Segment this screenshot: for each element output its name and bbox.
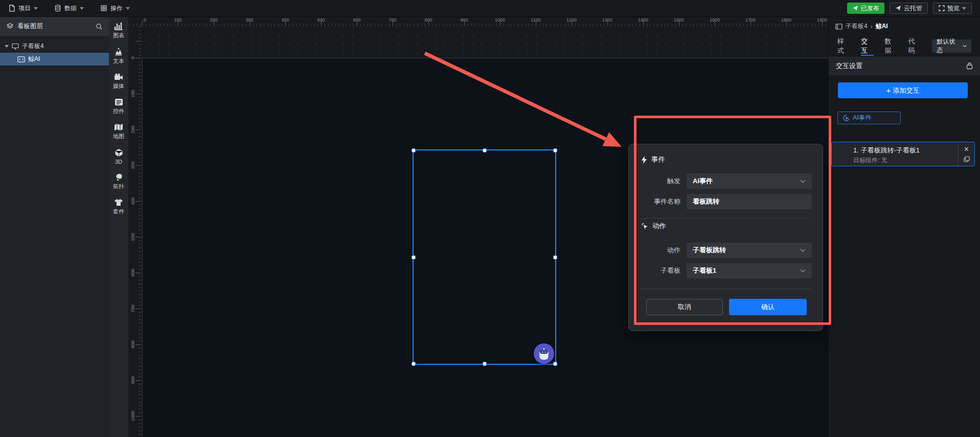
preview-button[interactable]: 预览 <box>933 3 972 14</box>
tab-data[interactable]: 数据 <box>885 36 897 56</box>
grid-icon <box>100 5 107 12</box>
text-icon <box>114 48 123 56</box>
breadcrumb-parent[interactable]: 子看板4 <box>846 22 868 31</box>
tab-style[interactable]: 样式 <box>837 36 850 56</box>
add-interaction-button[interactable]: + 添加交互 <box>838 82 968 98</box>
database-icon <box>54 5 61 12</box>
tree-item-label: 子看板4 <box>22 42 44 51</box>
ruler-label: 1600 <box>710 17 720 23</box>
expand-caret-icon[interactable] <box>5 45 9 48</box>
ruler-label: 400 <box>281 17 289 23</box>
menu-data[interactable]: 数据 <box>46 0 92 16</box>
search-icon[interactable] <box>96 23 103 30</box>
tab-code[interactable]: 代码 <box>908 36 921 56</box>
tool-label: 图表 <box>113 32 124 39</box>
document-icon <box>8 5 15 12</box>
ruler-label: 1700 <box>745 17 756 23</box>
ai-event-item[interactable]: 1. 子看板跳转-子看板1 目标组件: 无 ✕ <box>831 142 975 166</box>
plus-icon: + <box>886 86 891 95</box>
copy-icon[interactable] <box>964 156 970 162</box>
tab-interaction[interactable]: 交互 <box>861 36 873 56</box>
ai-event-item-body[interactable]: 1. 子看板跳转-子看板1 目标组件: 无 <box>832 142 958 166</box>
tool-map[interactable]: 地图 <box>109 123 128 140</box>
tool-label: 地图 <box>113 133 124 140</box>
section-title: 交互设置 <box>836 61 862 71</box>
close-icon[interactable]: ✕ <box>964 146 969 152</box>
chevron-down-icon <box>80 7 84 10</box>
topology-icon <box>115 173 123 181</box>
tool-topology[interactable]: 拓扑 <box>109 173 128 190</box>
state-selector-label: 默认状态 <box>937 37 960 55</box>
tool-chart[interactable]: 图表 <box>109 22 128 39</box>
ai-event-item-actions: ✕ <box>958 142 974 166</box>
ruler-label: 1200 <box>566 17 577 23</box>
ai-robot-icon[interactable] <box>534 343 554 364</box>
settings-tabs: 样式 交互 数据 代码 默认状态 <box>829 36 980 56</box>
cloud-host-button[interactable]: 云托管 <box>890 3 928 14</box>
breadcrumb-separator: › <box>871 23 873 30</box>
horizontal-ruler: 0100200300400500600700800900100011001200… <box>128 17 828 26</box>
tool-kit[interactable]: 套件 <box>109 199 128 215</box>
layer-panel-header: 看板图层 <box>0 17 109 36</box>
ruler-label: 1800 <box>781 17 791 23</box>
tool-text[interactable]: 文本 <box>109 48 128 65</box>
tool-control[interactable]: 控件 <box>109 98 128 115</box>
breadcrumb: 子看板4 › 鲸AI <box>829 17 980 36</box>
tool-label: 拓扑 <box>113 183 124 190</box>
ruler-label: 500 <box>317 17 325 23</box>
selected-component-whale-ai[interactable] <box>413 149 556 365</box>
tool-3d[interactable]: 3D <box>109 148 128 165</box>
tree-item-label: 鲸AI <box>28 55 40 63</box>
tshirt-icon <box>114 199 123 206</box>
annotation-highlight-rect <box>634 116 831 325</box>
settings-panel: 子看板4 › 鲸AI 样式 交互 数据 代码 默认状态 交互设置 + 添加交互 … <box>828 17 980 437</box>
ai-event-chip[interactable]: AI事件 <box>837 112 901 124</box>
tree-item-subboard4[interactable]: 子看板4 <box>0 40 109 53</box>
tree-item-whale-ai[interactable]: 鲸AI <box>0 53 109 65</box>
chevron-down-icon <box>126 7 130 10</box>
published-label: 已发布 <box>861 4 879 13</box>
ruler-label: 600 <box>353 17 360 23</box>
add-interaction-label: 添加交互 <box>893 86 919 95</box>
tool-label: 媒体 <box>113 82 124 90</box>
menu-operate[interactable]: 操作 <box>92 0 138 16</box>
vertical-ruler: 01002003004005006007008009001000 <box>128 26 141 437</box>
chevron-down-icon <box>962 7 966 10</box>
selection-handle[interactable] <box>553 148 558 153</box>
map-icon <box>114 123 123 131</box>
tool-label: 3D <box>115 159 122 165</box>
ai-event-chip-label: AI事件 <box>853 114 872 122</box>
layers-icon <box>6 23 14 30</box>
selection-handle[interactable] <box>412 148 416 153</box>
ruler-label: 100 <box>174 17 181 23</box>
paper-plane-icon <box>852 5 858 11</box>
published-button[interactable]: 已发布 <box>847 3 884 14</box>
selection-handle[interactable] <box>482 362 487 366</box>
selection-handle[interactable] <box>412 255 416 259</box>
state-selector[interactable]: 默认状态 <box>932 39 971 53</box>
paper-plane-icon <box>895 5 901 11</box>
layer-panel-title: 看板图层 <box>17 22 92 31</box>
interaction-settings-header: 交互设置 <box>829 56 980 75</box>
selection-handle[interactable] <box>412 362 416 366</box>
cube-icon <box>115 148 123 157</box>
selection-handle[interactable] <box>482 148 487 153</box>
tool-label: 控件 <box>113 107 124 115</box>
chevron-down-icon <box>963 45 967 48</box>
selection-handle[interactable] <box>553 362 558 366</box>
ruler-label: 700 <box>389 17 396 23</box>
preview-label: 预览 <box>947 4 960 13</box>
control-panel-icon <box>115 98 123 106</box>
ruler-label: 1000 <box>495 17 505 23</box>
topbar-actions: 已发布 云托管 预览 <box>847 3 980 14</box>
ai-event-item-target: 目标组件: 无 <box>853 156 958 165</box>
dashboard-editor: 项目 数据 操作 已发布 云托管 预览 <box>0 0 980 437</box>
lock-icon[interactable] <box>966 62 973 70</box>
ruler-label: 800 <box>424 17 432 23</box>
menu-project[interactable]: 项目 <box>0 0 46 16</box>
layer-panel: 看板图层 子看板4 鲸AI <box>0 17 109 437</box>
selection-handle[interactable] <box>553 255 558 259</box>
tool-media[interactable]: 媒体 <box>109 73 128 90</box>
tool-label: 文本 <box>113 57 124 65</box>
chart-icon <box>114 22 123 30</box>
